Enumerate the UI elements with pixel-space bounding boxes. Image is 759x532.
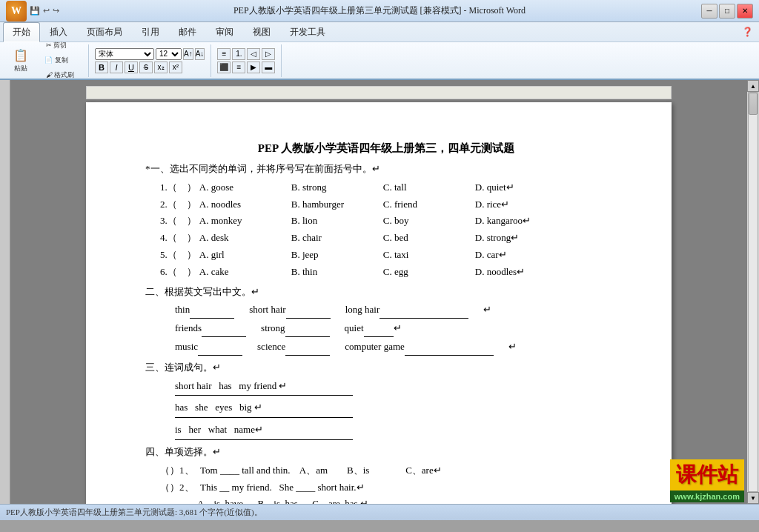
ribbon-content: 📋 粘贴 ✂ 剪切 📄 复制 🖌 格式刷 宋体 12 A↑ A↓ B I bbox=[0, 41, 759, 79]
tab-home[interactable]: 开始 bbox=[3, 22, 40, 42]
copy-button[interactable]: 📄 复制 bbox=[38, 54, 75, 67]
left-ruler bbox=[0, 80, 10, 504]
document-area: PEP 人教版小学英语四年级上册第三，四单元测试题 *一、选出不同类的单词，并将… bbox=[10, 80, 747, 504]
table-row: 1.（ ） A. goose B. strong C. tall D. quie… bbox=[160, 180, 627, 196]
align-left-button[interactable]: ⬛ bbox=[217, 61, 231, 73]
main-area: PEP 人教版小学英语四年级上册第三，四单元测试题 *一、选出不同类的单词，并将… bbox=[0, 80, 759, 504]
window-title: PEP人教版小学英语四年级上册第三单元测试题 [兼容模式] - Microsof… bbox=[233, 4, 526, 17]
justify-button[interactable]: ▬ bbox=[262, 61, 275, 73]
section4-header: 四、单项选择。↵ bbox=[145, 445, 627, 460]
vocab-row1: thin short hair long hair ↵ bbox=[175, 302, 627, 319]
sentence2: has she eyes big ↵ bbox=[175, 400, 627, 416]
font-group: 宋体 12 A↑ A↓ B I U S̶ x₂ x² bbox=[95, 44, 211, 77]
paragraph-group: ≡ 1. ◁ ▷ ⬛ ≡ ▶ ▬ bbox=[217, 44, 282, 77]
shrink-font-button[interactable]: A↓ bbox=[195, 48, 205, 60]
font-family-select[interactable]: 宋体 bbox=[95, 48, 154, 60]
paste-icon: 📋 bbox=[13, 48, 28, 62]
scroll-track bbox=[748, 92, 758, 492]
quick-save[interactable]: 💾 bbox=[30, 6, 40, 16]
tab-references[interactable]: 引用 bbox=[132, 22, 169, 41]
indent-increase-button[interactable]: ▷ bbox=[262, 48, 275, 60]
scroll-down-button[interactable]: ▼ bbox=[747, 492, 759, 504]
sentence3-line bbox=[175, 439, 627, 440]
document-title: PEP 人教版小学英语四年级上册第三，四单元测试题 bbox=[145, 139, 627, 157]
table-row: 6.（ ） A. cake B. thin C. egg D. noodles↵ bbox=[160, 265, 627, 280]
scroll-thumb[interactable] bbox=[749, 93, 758, 115]
sentence3: is her what name↵ bbox=[175, 422, 627, 438]
bold-button[interactable]: B bbox=[95, 61, 108, 73]
document-page: PEP 人教版小学英语四年级上册第三，四单元测试题 *一、选出不同类的单词，并将… bbox=[86, 102, 672, 504]
para-controls: ≡ 1. ◁ ▷ ⬛ ≡ ▶ ▬ bbox=[217, 48, 275, 73]
table-row: 3.（ ） A. monkey B. lion C. boy D. kangar… bbox=[160, 213, 627, 229]
numbering-button[interactable]: 1. bbox=[232, 48, 245, 60]
section1-header: *一、选出不同类的单词，并将序号写在前面括号中。↵ bbox=[145, 162, 627, 177]
cut-button[interactable]: ✂ 剪切 bbox=[38, 39, 75, 53]
table-row: 2.（ ） A. noodles B. hamburger C. friend … bbox=[160, 197, 627, 213]
font-controls: 宋体 12 A↑ A↓ B I U S̶ x₂ x² bbox=[95, 48, 205, 73]
list-row: ≡ 1. ◁ ▷ bbox=[217, 48, 275, 60]
align-row: ⬛ ≡ ▶ ▬ bbox=[217, 61, 275, 73]
section4-content: （）1、 Tom ____ tall and thin. A、am B、is C… bbox=[160, 463, 627, 504]
right-scrollbar: ▲ ▼ bbox=[747, 80, 759, 504]
grow-font-button[interactable]: A↑ bbox=[183, 48, 193, 60]
vocab-row3: music science computer game ↵ bbox=[175, 339, 627, 356]
ribbon-tabs: 开始 插入 页面布局 引用 邮件 审阅 视图 开发工具 ❓ bbox=[0, 22, 759, 41]
table-row: 4.（ ） A. desk B. chair C. bed D. strong↵ bbox=[160, 230, 627, 246]
title-bar: W 💾 ↩ ↪ PEP人教版小学英语四年级上册第三单元测试题 [兼容模式] - … bbox=[0, 0, 759, 22]
section2-content: thin short hair long hair ↵ friends stro… bbox=[175, 302, 627, 355]
font-row1: 宋体 12 A↑ A↓ bbox=[95, 48, 205, 60]
section2-header: 二、根据英文写出中文。↵ bbox=[145, 285, 627, 300]
close-button[interactable]: ✕ bbox=[737, 4, 753, 19]
quick-undo[interactable]: ↩ bbox=[43, 6, 50, 16]
section1-questions: 1.（ ） A. goose B. strong C. tall D. quie… bbox=[160, 180, 627, 280]
table-row: 5.（ ） A. girl B. jeep C. taxi D. car↵ bbox=[160, 247, 627, 263]
table-row: （）1、 Tom ____ tall and thin. A、am B、is C… bbox=[160, 463, 627, 479]
clipboard-group: 📋 粘贴 ✂ 剪切 📄 复制 🖌 格式刷 bbox=[6, 44, 89, 77]
superscript-button[interactable]: x² bbox=[169, 61, 182, 73]
quick-redo[interactable]: ↪ bbox=[53, 6, 59, 16]
tab-view[interactable]: 视图 bbox=[243, 22, 280, 41]
brand-watermark: 课件站 www.kjzhan.com bbox=[670, 459, 744, 502]
tab-developer[interactable]: 开发工具 bbox=[280, 22, 335, 41]
cut-copy-group: ✂ 剪切 📄 复制 🖌 格式刷 bbox=[38, 39, 82, 82]
paste-button[interactable]: 📋 粘贴 bbox=[6, 46, 36, 76]
subscript-button[interactable]: x₂ bbox=[154, 61, 168, 73]
horizontal-ruler bbox=[86, 86, 672, 99]
sentence2-line bbox=[175, 417, 627, 418]
vocab-row2: friends strong quiet ↵ bbox=[175, 321, 627, 337]
indent-decrease-button[interactable]: ◁ bbox=[247, 48, 260, 60]
window-controls: ─ □ ✕ bbox=[701, 4, 753, 19]
bullets-button[interactable]: ≡ bbox=[217, 48, 231, 60]
italic-button[interactable]: I bbox=[110, 61, 123, 73]
align-right-button[interactable]: ▶ bbox=[247, 61, 260, 73]
font-row2: B I U S̶ x₂ x² bbox=[95, 61, 205, 73]
strikethrough-button[interactable]: S̶ bbox=[139, 61, 153, 73]
tab-review[interactable]: 审阅 bbox=[206, 22, 243, 41]
list-item: A、is, have B、is, has C、are, has ↵ bbox=[197, 496, 627, 504]
sentence1: short hair has my friend ↵ bbox=[175, 379, 627, 394]
underline-button[interactable]: U bbox=[125, 61, 138, 73]
section3-header: 三、连词成句。↵ bbox=[145, 360, 627, 376]
sentence1-line bbox=[175, 395, 627, 396]
title-bar-left: W 💾 ↩ ↪ bbox=[6, 1, 59, 21]
minimize-button[interactable]: ─ bbox=[701, 4, 717, 19]
tab-layout[interactable]: 页面布局 bbox=[77, 22, 132, 41]
align-center-button[interactable]: ≡ bbox=[232, 61, 245, 73]
tab-mailings[interactable]: 邮件 bbox=[169, 22, 206, 41]
font-size-select[interactable]: 12 bbox=[156, 48, 182, 60]
brand-url: www.kjzhan.com bbox=[670, 491, 744, 502]
maximize-button[interactable]: □ bbox=[719, 4, 735, 19]
table-row: （）2、 This __ my friend. She ____ short h… bbox=[160, 480, 627, 496]
status-text: PEP人教版小学英语四年级上册第三单元测试题: 3,681 个字符(近似值)。 bbox=[6, 507, 262, 518]
brand-name: 课件站 bbox=[670, 459, 744, 491]
office-logo: W bbox=[6, 1, 27, 21]
section3-content: short hair has my friend ↵ has she eyes … bbox=[175, 379, 627, 440]
scroll-up-button[interactable]: ▲ bbox=[747, 80, 759, 92]
ribbon: 开始 插入 页面布局 引用 邮件 审阅 视图 开发工具 ❓ 📋 粘贴 ✂ 剪切 … bbox=[0, 22, 759, 80]
status-bar: PEP人教版小学英语四年级上册第三单元测试题: 3,681 个字符(近似值)。 bbox=[0, 504, 759, 520]
help-icon[interactable]: ❓ bbox=[742, 27, 753, 38]
